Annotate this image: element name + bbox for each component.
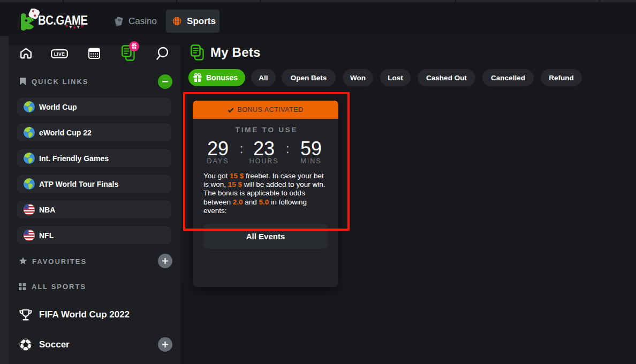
svg-text:LIVE: LIVE <box>54 51 65 57</box>
